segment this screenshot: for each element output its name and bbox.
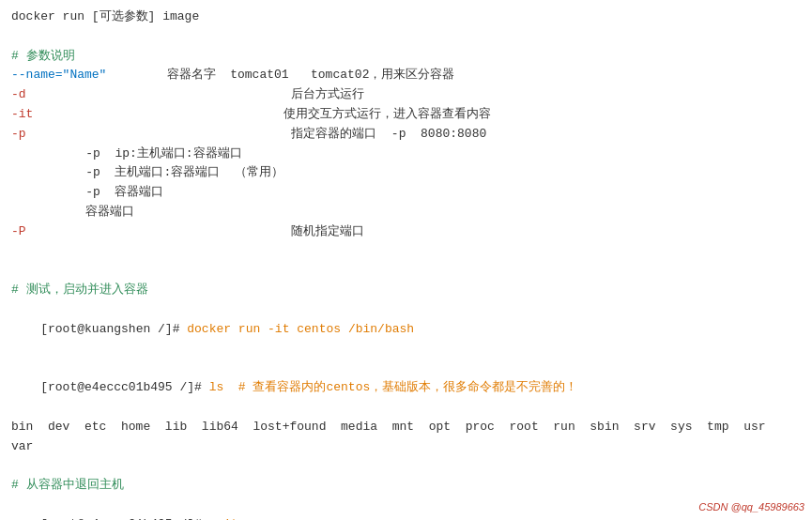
- param-name-key: --name="Name": [11, 66, 152, 85]
- sub-p3: -p 容器端口: [11, 183, 801, 203]
- comment-params: # 参数说明: [11, 47, 801, 67]
- watermark-handle: @qq_45989663: [731, 501, 804, 512]
- watermark: CSDN @qq_45989663: [698, 501, 804, 512]
- line-1: docker run [可选参数] image: [11, 8, 801, 27]
- blank-2: [11, 242, 801, 262]
- blank-1: [11, 27, 801, 47]
- param-it-val: 使用交互方式运行，进入容器查看内容: [152, 105, 491, 125]
- param-name: --name="Name" 容器名字 tomcat01 tomcat02，用来区…: [11, 66, 801, 85]
- blank-4: [11, 456, 801, 476]
- param-P-key: -P: [11, 222, 152, 242]
- ls-output-2: var: [11, 437, 801, 457]
- watermark-csdn: CSDN: [698, 501, 730, 512]
- sub-p1: -p ip:主机端口:容器端口: [11, 145, 801, 164]
- param-name-val: 容器名字 tomcat01 tomcat02，用来区分容器: [152, 66, 454, 85]
- sub-p2: -p 主机端口:容器端口 （常用）: [11, 163, 801, 183]
- terminal-content: docker run [可选参数] image # 参数说明 --name="N…: [0, 0, 812, 520]
- param-d-key: -d: [11, 85, 152, 105]
- cmd-exit: [root@e4eccc01b495 /]# exit: [11, 496, 801, 520]
- param-p-val: 指定容器的端口 -p 8080:8080: [152, 125, 486, 145]
- cmd-docker-run-it: [root@kuangshen /]# docker run -it cento…: [11, 300, 801, 359]
- param-p-key: -p: [11, 125, 152, 145]
- ls-output-1: bin dev etc home lib lib64 lost+found me…: [11, 418, 801, 437]
- prompt-1: [root@kuangshen /]#: [40, 322, 187, 336]
- param-it: -it 使用交互方式运行，进入容器查看内容: [11, 105, 801, 125]
- param-d: -d 后台方式运行: [11, 85, 801, 105]
- cmd-ls-container: [root@e4eccc01b495 /]# ls # 查看容器内的centos…: [11, 359, 801, 417]
- param-it-key: -it: [11, 105, 152, 125]
- param-d-val: 后台方式运行: [152, 85, 364, 105]
- text-docker-run: docker run [可选参数] image: [11, 9, 199, 23]
- param-P: -P 随机指定端口: [11, 222, 801, 242]
- comment-test: # 测试，启动并进入容器: [11, 281, 801, 300]
- param-p: -p 指定容器的端口 -p 8080:8080: [11, 125, 801, 145]
- comment-exit: # 从容器中退回主机: [11, 476, 801, 496]
- param-P-val: 随机指定端口: [152, 222, 364, 242]
- prompt-2: [root@e4eccc01b495 /]#: [40, 380, 208, 394]
- cmd-ls-container-text: ls # 查看容器内的centos，基础版本，很多命令都是不完善的！: [209, 380, 578, 394]
- sub-p4: 容器端口: [11, 203, 801, 222]
- cmd-docker-run-it-text: docker run -it centos /bin/bash: [187, 322, 414, 336]
- blank-3: [11, 261, 801, 281]
